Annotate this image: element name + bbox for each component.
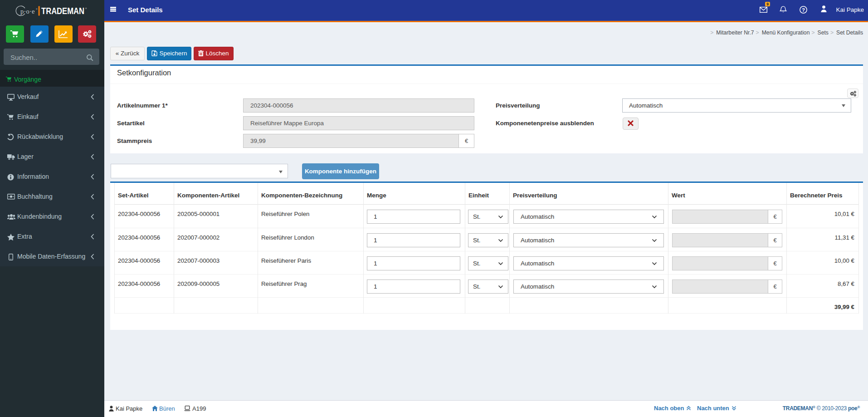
- svg-text:p·o·e: p·o·e: [20, 8, 35, 15]
- svg-text:?: ?: [802, 7, 805, 13]
- svg-text:TRADEMAN: TRADEMAN: [41, 6, 84, 16]
